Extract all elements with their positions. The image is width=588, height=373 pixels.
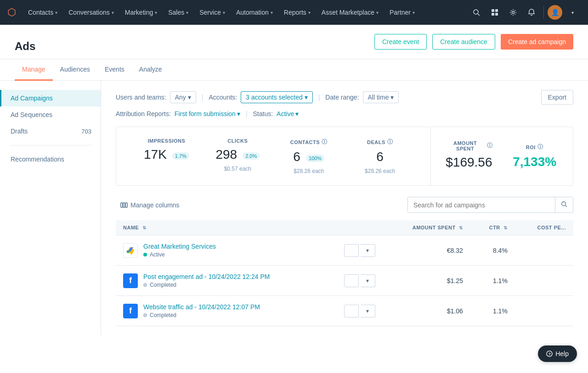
search-button[interactable] xyxy=(555,197,573,212)
stats-main-section: IMPRESSIONS 17K 1.7% CLICKS xyxy=(116,127,430,185)
nav-item-reports[interactable]: Reports ▾ xyxy=(279,6,315,19)
date-range-dropdown[interactable]: All time ▾ xyxy=(363,91,399,103)
cost-per-column-header: COST PE... xyxy=(515,220,573,235)
nav-item-asset-marketplace[interactable]: Asset Marketplace ▾ xyxy=(317,6,383,19)
roi-info-icon[interactable]: ⓘ xyxy=(537,143,543,151)
nav-item-sales[interactable]: Sales ▾ xyxy=(164,6,193,19)
columns-icon xyxy=(120,201,128,209)
settings-icon-button[interactable] xyxy=(505,4,521,21)
clicks-sub: $0.57 each xyxy=(202,166,273,172)
svg-rect-4 xyxy=(492,13,494,16)
help-icon: ? xyxy=(546,351,553,357)
accounts-dropdown[interactable]: 3 accounts selected ▾ xyxy=(241,91,313,103)
contacts-sub: $28.26 each xyxy=(273,168,345,174)
stat-impressions: IMPRESSIONS 17K 1.7% xyxy=(131,138,202,174)
name-column-header[interactable]: NAME ⇅ xyxy=(116,220,383,235)
nav-item-conversations[interactable]: Conversations ▾ xyxy=(64,6,119,19)
amount-spent-column-header[interactable]: AMOUNT SPENT ⇅ xyxy=(383,220,470,235)
filters-row-1: Users and teams: Any ▾ | Accounts: 3 acc… xyxy=(116,90,573,105)
settings-icon xyxy=(509,9,517,16)
sidebar-item-drafts[interactable]: Drafts 703 xyxy=(0,123,101,139)
svg-rect-2 xyxy=(492,9,494,12)
svg-rect-5 xyxy=(495,13,498,16)
user-avatar[interactable]: 👤 xyxy=(548,5,562,20)
nav-item-marketing[interactable]: Marketing ▾ xyxy=(120,6,162,19)
table-row: Great Marketing Services Active ▾ xyxy=(116,235,573,266)
clicks-badge: 2.0% xyxy=(243,152,260,160)
table-head: NAME ⇅ AMOUNT SPENT ⇅ CTR ⇅ xyxy=(116,220,573,235)
clicks-value: 298 xyxy=(215,147,237,162)
nav-item-contacts[interactable]: Contacts ▾ xyxy=(23,6,62,19)
filter-separator-2: | xyxy=(318,94,320,101)
toggle-container: ▾ xyxy=(344,274,375,287)
sidebar-item-ad-campaigns[interactable]: Ad Campaigns xyxy=(0,90,101,106)
ctr-cell: 1.1% xyxy=(470,266,515,296)
tab-manage[interactable]: Manage xyxy=(15,59,53,81)
search-box xyxy=(407,197,573,213)
table-body: Great Marketing Services Active ▾ xyxy=(116,235,573,326)
toggle-container: ▾ xyxy=(344,244,375,257)
nav-item-partner[interactable]: Partner ▾ xyxy=(385,6,419,19)
roi-value: 7,133% xyxy=(511,155,558,169)
create-ad-campaign-button[interactable]: Create ad campaign xyxy=(501,34,573,50)
search-input[interactable] xyxy=(408,198,555,212)
create-audience-button[interactable]: Create audience xyxy=(432,34,495,50)
tab-analyze[interactable]: Analyze xyxy=(132,59,170,81)
tab-events[interactable]: Events xyxy=(97,59,132,81)
campaign-name-link[interactable]: Website traffic ad - 10/24/2022 12:07 PM xyxy=(143,303,260,311)
nav-item-service[interactable]: Service ▾ xyxy=(195,6,230,19)
dropdown-button[interactable]: ▾ xyxy=(361,274,375,287)
drafts-badge: 703 xyxy=(81,128,91,135)
chevron-down-icon: ▾ xyxy=(223,10,225,15)
hubspot-logo[interactable]: ⬡ xyxy=(7,6,16,18)
toggle-button[interactable] xyxy=(344,244,359,257)
account-chevron-icon[interactable]: ▾ xyxy=(564,4,581,21)
chevron-down-icon: ▾ xyxy=(112,10,114,15)
search-icon-button[interactable] xyxy=(468,4,485,21)
campaign-name-link[interactable]: Great Marketing Services xyxy=(143,243,216,250)
toggle-button[interactable] xyxy=(344,305,359,317)
table-header-row: Manage columns xyxy=(116,197,573,213)
active-status-dot xyxy=(143,253,147,256)
svg-rect-8 xyxy=(123,203,125,207)
avatar-initials: 👤 xyxy=(551,9,559,16)
sort-icon: ⇅ xyxy=(142,225,147,230)
tab-audiences[interactable]: Audiences xyxy=(53,59,97,81)
amount-spent-info-icon[interactable]: ⓘ xyxy=(487,142,493,150)
svg-rect-7 xyxy=(121,203,123,207)
users-teams-dropdown[interactable]: Any ▾ xyxy=(170,91,196,103)
chevron-down-icon: ▾ xyxy=(308,10,311,15)
notifications-icon-button[interactable] xyxy=(523,4,540,21)
grid-icon-button[interactable] xyxy=(486,4,503,21)
sidebar-item-ad-sequences[interactable]: Ad Sequences xyxy=(0,106,101,123)
ctr-column-header[interactable]: CTR ⇅ xyxy=(470,220,515,235)
create-event-button[interactable]: Create event xyxy=(374,34,427,50)
sidebar-item-recommendations[interactable]: Recommendations xyxy=(0,151,101,167)
contacts-badge: 100% xyxy=(306,155,324,162)
toggle-button[interactable] xyxy=(344,274,359,287)
campaign-info: Website traffic ad - 10/24/2022 12:07 PM… xyxy=(143,303,260,318)
main-layout: Ad Campaigns Ad Sequences Drafts 703 Rec… xyxy=(0,81,588,335)
page-title: Ads xyxy=(15,40,35,53)
chevron-down-icon: ▾ xyxy=(295,110,299,117)
stats-roi-section: AMOUNT SPENT ⓘ $169.56 ROI ⓘ 7,133% xyxy=(431,127,573,185)
manage-columns-button[interactable]: Manage columns xyxy=(116,199,184,212)
contacts-info-icon[interactable]: ⓘ xyxy=(322,138,328,146)
export-button[interactable]: Export xyxy=(541,90,573,105)
dropdown-button[interactable]: ▾ xyxy=(361,305,375,317)
impressions-value: 17K xyxy=(144,147,167,162)
deals-info-icon[interactable]: ⓘ xyxy=(387,138,393,146)
attribution-dropdown[interactable]: First form submission ▾ xyxy=(175,110,240,117)
search-icon xyxy=(473,9,480,16)
svg-line-11 xyxy=(565,206,567,207)
sidebar-divider xyxy=(9,145,91,145)
dropdown-button[interactable]: ▾ xyxy=(361,244,375,257)
contacts-value: 6 xyxy=(293,150,300,164)
page-header: Ads Create event Create audience Create … xyxy=(0,25,588,59)
campaign-name-link[interactable]: Post engagement ad - 10/24/2022 12:24 PM xyxy=(143,273,270,280)
help-button[interactable]: ? Help xyxy=(538,345,577,362)
nav-item-automation[interactable]: Automation ▾ xyxy=(232,6,277,19)
campaign-name-cell: Great Marketing Services Active ▾ xyxy=(116,235,383,266)
cost-per-cell xyxy=(515,296,573,326)
status-dropdown[interactable]: Active ▾ xyxy=(277,110,299,117)
